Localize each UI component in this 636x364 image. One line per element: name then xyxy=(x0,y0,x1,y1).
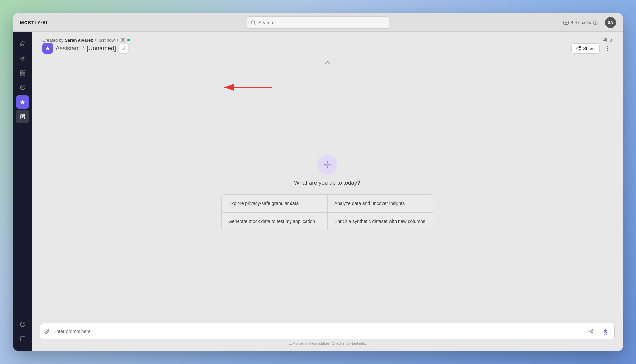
svg-rect-7 xyxy=(23,71,25,73)
chat-area: What are you up to today? Explore privac… xyxy=(32,67,623,318)
attach-icon[interactable] xyxy=(44,328,50,334)
share-label: Share xyxy=(583,46,595,51)
sidebar-item-help[interactable] xyxy=(16,318,29,331)
credits-icon xyxy=(563,20,569,26)
welcome-icon xyxy=(317,155,337,175)
created-info: Created by Sarah Alvarez • just now • xyxy=(42,37,612,43)
prompt-box xyxy=(40,323,615,339)
suggestions-grid: Explore privacy-safe granular data Analy… xyxy=(221,194,433,230)
share-button[interactable]: Share xyxy=(571,43,600,54)
sidebar xyxy=(13,32,32,351)
assistant-icon xyxy=(42,43,53,54)
svg-rect-9 xyxy=(23,73,25,75)
share-row: Assistant / [Unnamed] xyxy=(42,43,612,54)
svg-rect-6 xyxy=(20,71,22,73)
suggestion-card-2[interactable]: Analyze data and uncover insights xyxy=(328,195,433,212)
sidebar-item-home[interactable] xyxy=(16,37,29,50)
breadcrumb-parent: Assistant xyxy=(56,45,80,52)
status-dot xyxy=(127,39,130,41)
page-header: Created by Sarah Alvarez • just now • xyxy=(32,32,623,58)
users-count: 0 xyxy=(610,38,612,43)
send-icon xyxy=(588,328,594,334)
app-logo: MOSTLY·AI xyxy=(20,20,48,25)
header-actions: Share ⋮ xyxy=(571,43,612,54)
credits-button[interactable]: 4.4 credits xyxy=(560,18,601,27)
svg-point-15 xyxy=(604,38,605,40)
more-options-button[interactable]: ⋮ xyxy=(602,43,612,53)
svg-rect-8 xyxy=(20,73,22,75)
sparkle-top-icon xyxy=(603,328,608,332)
search-container xyxy=(247,16,389,29)
breadcrumb-current: [Unnamed] xyxy=(87,45,116,52)
suggestion-card-1[interactable]: Explore privacy-safe granular data xyxy=(222,195,327,212)
sparkle-bottom-icon xyxy=(604,332,607,335)
edit-name-button[interactable] xyxy=(119,43,129,53)
svg-point-4 xyxy=(22,57,24,59)
sidebar-item-models[interactable] xyxy=(16,52,29,65)
sidebar-item-notebooks[interactable] xyxy=(16,110,29,123)
share-icon xyxy=(576,46,581,51)
breadcrumb: Assistant / [Unnamed] xyxy=(42,43,129,54)
created-by-text: Created by Sarah Alvarez xyxy=(42,38,93,43)
svg-point-16 xyxy=(606,38,607,40)
search-input[interactable] xyxy=(258,20,385,25)
header-right: 4.4 credits SA xyxy=(560,17,616,28)
disclaimer: LLMs can make mistakes. Check important … xyxy=(40,339,615,348)
svg-rect-21 xyxy=(604,332,607,334)
annotation-arrow xyxy=(217,81,274,94)
sidebar-item-layout[interactable] xyxy=(16,332,29,345)
prompt-input[interactable] xyxy=(53,329,583,334)
svg-point-5 xyxy=(20,56,25,61)
globe-icon xyxy=(121,38,125,42)
svg-point-18 xyxy=(577,48,578,49)
main-content: Created by Sarah Alvarez • just now • xyxy=(32,32,623,351)
svg-rect-13 xyxy=(20,337,25,341)
app-window: MOSTLY·AI 4.4 credits xyxy=(13,13,623,351)
send-button[interactable] xyxy=(586,326,597,337)
edit-icon xyxy=(121,46,126,51)
sidebar-item-connectors[interactable] xyxy=(16,81,29,94)
suggestion-card-4[interactable]: Enrich a synthetic dataset with new colu… xyxy=(328,213,433,230)
app-body: Created by Sarah Alvarez • just now • xyxy=(13,32,623,351)
credits-label: 4.4 credits xyxy=(571,20,591,25)
created-time: just now xyxy=(99,38,115,43)
input-area: LLMs can make mistakes. Check important … xyxy=(32,318,623,351)
sidebar-item-assistant[interactable] xyxy=(16,95,29,109)
svg-point-17 xyxy=(579,46,581,48)
svg-point-11 xyxy=(20,322,25,327)
svg-point-19 xyxy=(579,49,581,50)
chevron-bar xyxy=(32,58,623,67)
svg-point-3 xyxy=(595,21,595,22)
users-icon xyxy=(603,37,608,43)
sparkle-icon xyxy=(322,159,333,170)
avatar[interactable]: SA xyxy=(605,17,616,28)
info-icon xyxy=(593,20,598,25)
welcome-text: What are you up to today? xyxy=(294,180,360,186)
suggestion-card-3[interactable]: Generate mock data to test my applicatio… xyxy=(222,213,327,230)
app-header: MOSTLY·AI 4.4 credits xyxy=(13,13,623,32)
sidebar-item-datasets[interactable] xyxy=(16,66,29,79)
search-icon xyxy=(251,20,256,25)
search-box[interactable] xyxy=(247,16,389,29)
collapse-button[interactable] xyxy=(323,59,331,66)
sparkle-button[interactable] xyxy=(600,326,610,337)
svg-point-12 xyxy=(22,325,23,326)
